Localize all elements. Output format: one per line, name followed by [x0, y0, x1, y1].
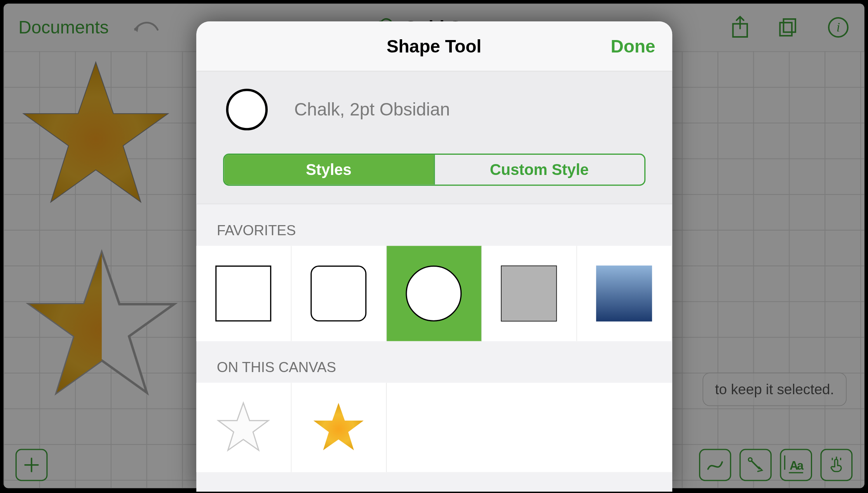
circle-icon	[406, 266, 462, 322]
favorite-gray-square[interactable]	[481, 246, 577, 341]
popover-header: Shape Tool Done	[196, 21, 672, 72]
on-canvas-header: ON THIS CANVAS	[196, 341, 672, 383]
favorite-blue-square[interactable]	[577, 246, 672, 341]
canvas-style-white-star[interactable]	[196, 383, 291, 472]
favorites-grid	[196, 246, 672, 341]
popover-title: Shape Tool	[213, 36, 655, 56]
blue-gradient-icon	[596, 266, 652, 322]
square-icon	[215, 266, 271, 322]
done-button[interactable]: Done	[611, 36, 655, 56]
on-canvas-grid	[196, 383, 672, 472]
preview-label: Chalk, 2pt Obsidian	[294, 100, 450, 120]
shape-tool-popover: Shape Tool Done Chalk, 2pt Obsidian Styl…	[196, 21, 672, 492]
canvas-style-gold-star[interactable]	[291, 383, 387, 472]
favorite-rounded-square[interactable]	[291, 246, 387, 341]
rounded-square-icon	[310, 266, 366, 322]
favorite-square[interactable]	[196, 246, 291, 341]
style-tabs: Styles Custom Style	[223, 154, 645, 186]
favorite-circle[interactable]	[387, 246, 482, 341]
current-style-preview: Chalk, 2pt Obsidian	[196, 72, 672, 148]
tab-custom-style[interactable]: Custom Style	[433, 155, 644, 185]
favorites-header: FAVORITES	[196, 204, 672, 246]
gray-square-icon	[501, 266, 557, 322]
tab-styles[interactable]: Styles	[224, 155, 433, 185]
preview-swatch-icon	[226, 89, 267, 130]
